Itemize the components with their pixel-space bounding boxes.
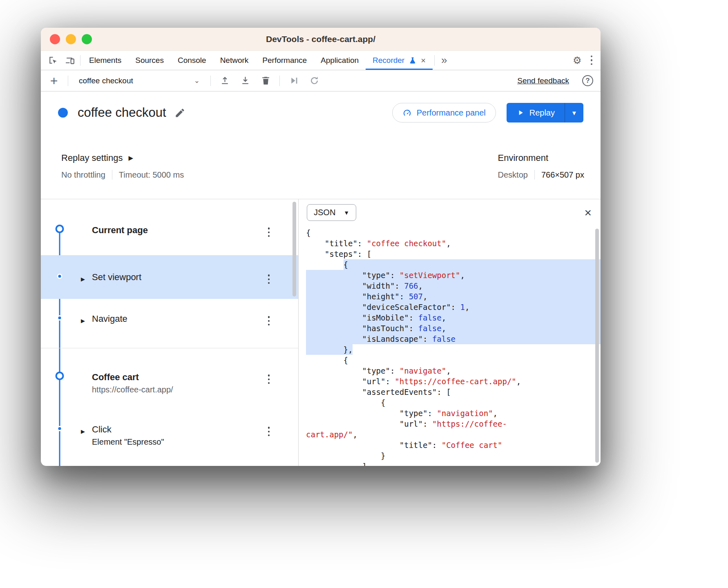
toolbar-separator xyxy=(68,76,68,86)
code-line: "steps": [ xyxy=(306,249,601,259)
step-coffee-cart[interactable]: Coffee cart https://coffee-cart.app/ xyxy=(41,348,298,413)
dropdown-arrow-icon: ▼ xyxy=(344,209,349,216)
close-json-panel-icon[interactable]: × xyxy=(584,207,592,219)
replay-settings-toggle[interactable]: Replay settings ▶ xyxy=(61,153,184,163)
code-line: { xyxy=(306,397,601,408)
environment-label: Environment xyxy=(498,153,584,163)
close-window-button[interactable] xyxy=(50,34,60,44)
devtools-menu-icon[interactable] xyxy=(587,52,597,69)
settings-row: Replay settings ▶ No throttling Timeout:… xyxy=(41,134,601,199)
replay-button[interactable]: Replay xyxy=(507,103,565,122)
tab-label: Elements xyxy=(89,56,121,65)
code-line: "height": 507, xyxy=(306,291,601,302)
step-menu-icon[interactable] xyxy=(266,314,272,327)
json-code[interactable]: { "title": "coffee checkout", "steps": [… xyxy=(299,227,601,466)
window-titlebar: DevTools - coffee-cart.app/ xyxy=(41,28,601,51)
send-feedback-link[interactable]: Send feedback xyxy=(517,76,569,85)
step-over-icon[interactable] xyxy=(286,74,302,88)
code-line: "deviceScaleFactor": 1, xyxy=(306,302,601,312)
step-marker-icon xyxy=(57,274,63,279)
device-toolbar-icon[interactable] xyxy=(61,51,78,70)
play-icon xyxy=(516,109,525,117)
toolbar-separator xyxy=(279,76,280,86)
step-click[interactable]: ▶ Click Element "Espresso" xyxy=(41,413,298,466)
tab-recorder[interactable]: Recorder × xyxy=(366,51,433,70)
steps-scrollbar[interactable] xyxy=(293,202,296,296)
replay-options-dropdown[interactable]: ▼ xyxy=(565,103,583,122)
code-line: "title": "Coffee cart" xyxy=(306,440,601,450)
step-set-viewport[interactable]: ▶ Set viewport xyxy=(41,256,298,299)
step-menu-icon[interactable] xyxy=(266,373,272,386)
disclosure-right-icon: ▶ xyxy=(128,154,133,162)
step-marker-icon xyxy=(57,426,63,431)
chevron-down-icon: ⌄ xyxy=(194,76,200,85)
minimize-window-button[interactable] xyxy=(66,34,76,44)
edit-title-icon[interactable] xyxy=(174,107,185,118)
step-marker-icon xyxy=(57,315,63,321)
code-line: "isMobile": false, xyxy=(306,312,601,323)
recording-dot-icon xyxy=(58,108,68,118)
code-line: "type": "navigation", xyxy=(306,408,601,419)
code-line: { xyxy=(306,355,601,365)
throttling-value: No throttling xyxy=(61,170,105,180)
step-marker-icon xyxy=(56,225,64,233)
replay-label: Replay xyxy=(529,108,555,118)
window-title: DevTools - coffee-cart.app/ xyxy=(266,34,375,44)
step-title: Coffee cart xyxy=(92,372,139,382)
tab-sources[interactable]: Sources xyxy=(128,51,171,70)
step-navigate[interactable]: ▶ Navigate xyxy=(41,299,298,348)
zoom-window-button[interactable] xyxy=(82,34,92,44)
step-menu-icon[interactable] xyxy=(266,425,272,438)
json-scrollbar[interactable] xyxy=(595,229,599,463)
more-tabs-icon[interactable]: » xyxy=(436,51,452,70)
code-line: "isLandscape": false xyxy=(306,334,601,344)
tab-elements[interactable]: Elements xyxy=(82,51,128,70)
step-subtitle: https://coffee-cart.app/ xyxy=(92,383,266,396)
step-menu-icon[interactable] xyxy=(266,273,272,286)
tab-label: Sources xyxy=(135,56,164,65)
code-line: "title": "coffee checkout", xyxy=(306,238,601,249)
devtools-tabs: Elements Sources Console Network Perform… xyxy=(82,51,433,70)
performance-panel-button[interactable]: Performance panel xyxy=(392,103,496,122)
code-line: ] xyxy=(306,461,601,466)
code-line: { xyxy=(306,227,601,238)
tab-network[interactable]: Network xyxy=(213,51,256,70)
code-line: "width": 766, xyxy=(306,281,601,291)
settings-gear-icon[interactable]: ⚙ xyxy=(568,55,587,66)
tabbar-separator xyxy=(80,55,80,66)
value-divider xyxy=(534,170,535,180)
recording-title: coffee checkout xyxy=(78,105,166,120)
step-title: Navigate xyxy=(92,314,127,324)
step-marker-icon xyxy=(56,372,64,380)
disclosure-triangle-icon[interactable]: ▶ xyxy=(81,315,85,327)
disclosure-triangle-icon[interactable]: ▶ xyxy=(81,273,85,285)
delete-recording-icon[interactable] xyxy=(257,74,274,88)
main-split: Current page ▶ Set viewport xyxy=(41,199,601,466)
close-tab-icon[interactable]: × xyxy=(421,56,426,65)
tab-label: Console xyxy=(178,56,206,65)
tab-application[interactable]: Application xyxy=(314,51,366,70)
recording-select[interactable]: coffee checkout ⌄ xyxy=(74,74,205,88)
tab-console[interactable]: Console xyxy=(171,51,213,70)
format-select[interactable]: JSON ▼ xyxy=(307,204,356,221)
replay-split-button: Replay ▼ xyxy=(507,103,583,122)
environment-values: Desktop 766×507 px xyxy=(498,170,584,180)
export-recording-icon[interactable] xyxy=(217,74,233,88)
help-icon[interactable]: ? xyxy=(582,75,593,86)
tabbar-separator xyxy=(434,55,435,66)
tab-label: Performance xyxy=(262,56,307,65)
import-recording-icon[interactable] xyxy=(237,74,253,88)
code-line: } xyxy=(306,450,601,461)
code-line: { xyxy=(306,259,601,270)
inspect-element-icon[interactable] xyxy=(44,51,61,70)
steps-panel: Current page ▶ Set viewport xyxy=(41,199,299,466)
step-current-page[interactable]: Current page xyxy=(41,207,298,255)
retry-icon[interactable] xyxy=(306,74,322,88)
json-panel-header: JSON ▼ × xyxy=(299,199,601,221)
tab-performance[interactable]: Performance xyxy=(255,51,314,70)
disclosure-triangle-icon[interactable]: ▶ xyxy=(81,425,85,438)
traffic-lights xyxy=(50,34,92,44)
add-recording-button[interactable]: + xyxy=(46,74,62,87)
code-line: "assertedEvents": [ xyxy=(306,387,601,397)
step-menu-icon[interactable] xyxy=(266,226,272,239)
